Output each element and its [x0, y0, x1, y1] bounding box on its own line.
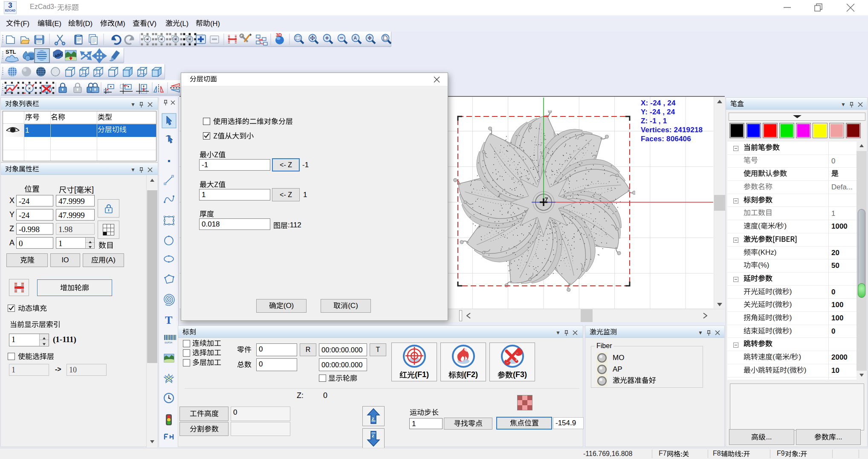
svg-text:A: A — [354, 35, 357, 41]
svg-text:T: T — [165, 314, 172, 326]
svg-text:z: z — [372, 416, 374, 421]
svg-text:01P34: 01P34 — [165, 341, 172, 344]
svg-text:STL: STL — [6, 49, 16, 55]
svg-text:z: z — [372, 433, 374, 438]
svg-text:3D: 3D — [276, 32, 282, 38]
